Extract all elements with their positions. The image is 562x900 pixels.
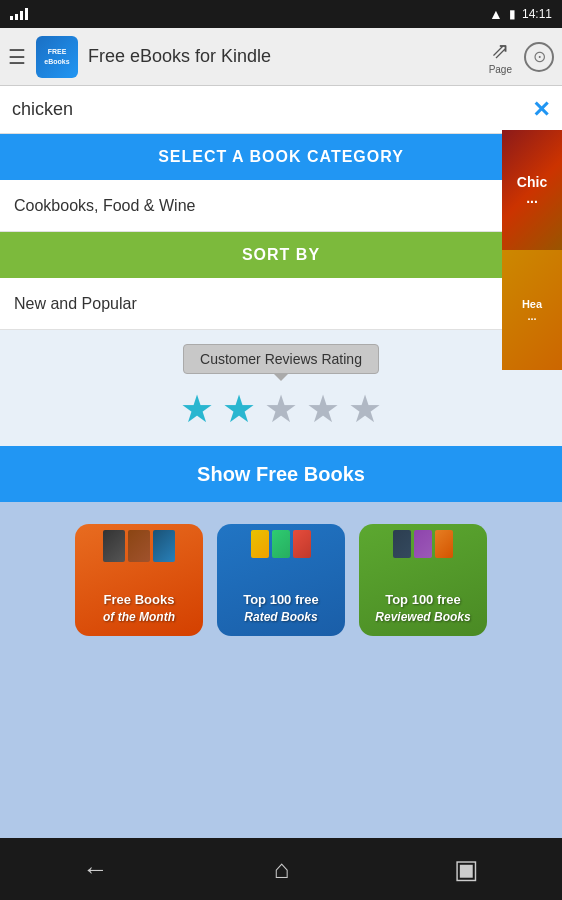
sort-header: SORT BY xyxy=(0,232,562,278)
category-list-container: Cookbooks, Food & Wine xyxy=(0,180,562,232)
rating-tooltip: Customer Reviews Rating xyxy=(183,344,379,374)
back-icon: ← xyxy=(83,854,109,885)
app-bar: ☰ FREEeBooks Free eBooks for Kindle ⇗ Pa… xyxy=(0,28,562,86)
tile-main-label-1: Free Books xyxy=(104,592,175,607)
rating-tooltip-label: Customer Reviews Rating xyxy=(200,351,362,367)
page-arrow-icon: ⇗ xyxy=(491,38,509,64)
book-tiles-section: Free Books of the Month Top 100 free Rat… xyxy=(0,502,562,652)
top100-reviewed-label: Top 100 free Reviewed Books xyxy=(375,592,470,626)
app-bar-actions: ⇗ Page ⊙ xyxy=(489,38,554,75)
menu-overflow-icon[interactable]: ⊙ xyxy=(524,42,554,72)
star-4[interactable]: ★ xyxy=(306,390,340,428)
mini-book-9 xyxy=(435,530,453,558)
sort-list-container: New and Popular xyxy=(0,278,562,330)
app-title: Free eBooks for Kindle xyxy=(88,46,489,67)
search-input[interactable] xyxy=(12,99,532,120)
mini-book-3 xyxy=(153,530,175,562)
side-thumb-hea[interactable]: Hea... xyxy=(502,250,562,370)
stars-row[interactable]: ★ ★ ★ ★ ★ xyxy=(180,390,382,428)
free-books-month-label: Free Books of the Month xyxy=(103,592,175,626)
sort-row[interactable]: New and Popular xyxy=(0,278,562,330)
mini-book-4 xyxy=(251,530,269,558)
signal-indicators xyxy=(10,8,28,20)
book-covers-blue xyxy=(251,530,311,558)
mini-book-8 xyxy=(414,530,432,558)
recent-apps-button[interactable]: ▣ xyxy=(454,854,479,885)
category-header: SELECT A BOOK CATEGORY xyxy=(0,134,562,180)
side-thumb-label-1: Chic... xyxy=(517,174,547,206)
show-free-books-button[interactable]: Show Free Books xyxy=(0,446,562,502)
mini-book-7 xyxy=(393,530,411,558)
nav-bar: ← ⌂ ▣ xyxy=(0,838,562,900)
clear-search-button[interactable]: ✕ xyxy=(532,99,550,121)
app-logo: FREEeBooks xyxy=(36,36,78,78)
wifi-icon: ▲ xyxy=(489,6,503,22)
category-row[interactable]: Cookbooks, Food & Wine xyxy=(0,180,562,232)
show-books-label: Show Free Books xyxy=(197,463,365,486)
signal-icon xyxy=(10,8,28,20)
free-books-month-tile[interactable]: Free Books of the Month xyxy=(75,524,203,636)
selected-sort: New and Popular xyxy=(14,295,137,313)
book-covers-orange xyxy=(103,530,175,562)
star-5[interactable]: ★ xyxy=(348,390,382,428)
top100-rated-label: Top 100 free Rated Books xyxy=(243,592,319,626)
search-bar: ✕ xyxy=(0,86,562,134)
status-bar: ▲ ▮ 14:11 xyxy=(0,0,562,28)
mini-book-1 xyxy=(103,530,125,562)
tile-main-label-3: Top 100 free xyxy=(385,592,461,607)
time-display: 14:11 xyxy=(522,7,552,21)
side-thumbnails: Chic... Hea... xyxy=(502,130,562,370)
top100-reviewed-tile[interactable]: Top 100 free Reviewed Books xyxy=(359,524,487,636)
mini-book-6 xyxy=(293,530,311,558)
star-1[interactable]: ★ xyxy=(180,390,214,428)
battery-icon: ▮ xyxy=(509,7,516,21)
star-2[interactable]: ★ xyxy=(222,390,256,428)
home-icon: ⌂ xyxy=(274,854,290,885)
star-3[interactable]: ★ xyxy=(264,390,298,428)
rating-section: Customer Reviews Rating ★ ★ ★ ★ ★ xyxy=(0,330,562,446)
recent-apps-icon: ▣ xyxy=(454,854,479,885)
top100-rated-tile[interactable]: Top 100 free Rated Books xyxy=(217,524,345,636)
category-header-title: SELECT A BOOK CATEGORY xyxy=(158,148,404,166)
hamburger-menu-icon[interactable]: ☰ xyxy=(8,45,26,69)
tile-sub-label-2: Rated Books xyxy=(244,610,317,624)
selected-category: Cookbooks, Food & Wine xyxy=(14,197,195,215)
page-button[interactable]: ⇗ Page xyxy=(489,38,512,75)
sort-header-title: SORT BY xyxy=(242,246,320,264)
home-button[interactable]: ⌂ xyxy=(274,854,290,885)
mini-book-5 xyxy=(272,530,290,558)
back-button[interactable]: ← xyxy=(83,854,109,885)
tile-sub-label-3: Reviewed Books xyxy=(375,610,470,624)
circle-symbol: ⊙ xyxy=(533,47,546,66)
page-label: Page xyxy=(489,64,512,75)
book-covers-green xyxy=(393,530,453,558)
side-thumb-label-2: Hea... xyxy=(522,298,542,322)
mini-book-2 xyxy=(128,530,150,562)
side-thumb-chicken[interactable]: Chic... xyxy=(502,130,562,250)
tile-sub-label-1: of the Month xyxy=(103,610,175,624)
tile-main-label-2: Top 100 free xyxy=(243,592,319,607)
status-right: ▲ ▮ 14:11 xyxy=(489,6,552,22)
